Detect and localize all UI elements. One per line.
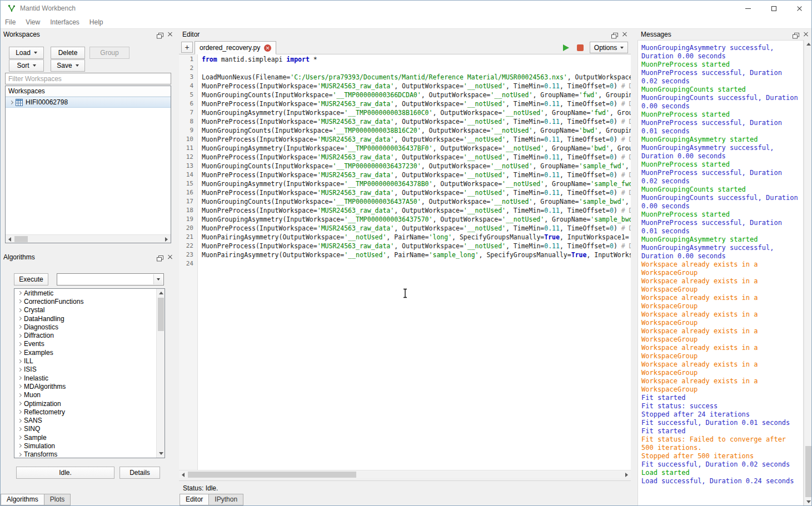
scroll-right-arrow-icon[interactable] — [162, 235, 171, 243]
scrollbar-thumb[interactable] — [805, 446, 811, 497]
float-panel-icon[interactable] — [793, 31, 799, 37]
details-button[interactable]: Details — [119, 467, 160, 479]
algorithm-category-diffraction[interactable]: Diffraction — [14, 331, 156, 339]
algorithm-category-examples[interactable]: Examples — [14, 348, 156, 357]
abort-script-button[interactable] — [575, 42, 586, 53]
menu-item-file[interactable]: File — [0, 17, 21, 28]
algorithm-category-mdalgorithms[interactable]: MDAlgorithms — [14, 382, 156, 390]
expand-icon[interactable] — [18, 350, 22, 354]
expand-icon[interactable] — [18, 376, 22, 380]
scroll-down-arrow-icon[interactable] — [157, 449, 165, 458]
minimize-button[interactable] — [735, 0, 761, 17]
editor-code[interactable]: from mantid.simpleapi import * LoadMuonN… — [198, 54, 631, 470]
algorithm-category-isis[interactable]: ISIS — [14, 365, 156, 374]
expand-icon[interactable] — [18, 308, 22, 312]
expand-icon[interactable] — [18, 419, 22, 423]
algorithm-category-inelastic[interactable]: Inelastic — [14, 374, 156, 382]
algorithm-search-combobox[interactable] — [57, 273, 164, 285]
scroll-left-arrow-icon[interactable] — [179, 470, 187, 479]
expand-icon[interactable] — [18, 368, 22, 372]
filter-workspaces-input[interactable] — [5, 73, 171, 84]
algorithm-category-datahandling[interactable]: DataHandling — [14, 314, 156, 323]
expand-icon[interactable] — [18, 410, 22, 414]
close-panel-icon[interactable] — [622, 32, 627, 37]
expand-icon[interactable] — [18, 453, 22, 457]
expand-icon[interactable] — [18, 427, 22, 431]
expand-icon[interactable] — [18, 299, 22, 303]
tab-ordered-recovery[interactable]: ordered_recovery.py — [195, 41, 276, 54]
algorithm-category-transforms[interactable]: Transforms — [14, 450, 156, 458]
algorithm-category-crystal[interactable]: Crystal — [14, 306, 156, 314]
execute-button[interactable]: Execute — [14, 273, 48, 285]
editor-panel-titlebar: Editor — [179, 29, 631, 40]
algorithm-category-events[interactable]: Events — [14, 340, 156, 348]
expand-icon[interactable] — [18, 325, 22, 329]
options-button[interactable]: Options — [590, 42, 628, 53]
menu-item-interfaces[interactable]: Interfaces — [45, 17, 84, 28]
tab-plots[interactable]: Plots — [44, 494, 71, 505]
messages-log[interactable]: MuonGroupingAsymmetry successful,Duratio… — [637, 40, 804, 506]
tab-ipython[interactable]: IPython — [208, 494, 243, 505]
tab-algorithms[interactable]: Algorithms — [1, 494, 44, 505]
close-panel-icon[interactable] — [167, 32, 173, 37]
expand-icon[interactable] — [18, 384, 22, 388]
load-button[interactable]: Load — [9, 47, 44, 59]
scroll-left-arrow-icon[interactable] — [6, 235, 14, 243]
algorithm-category-arithmetic[interactable]: Arithmetic — [14, 289, 156, 297]
tab-editor[interactable]: Editor — [180, 494, 209, 505]
scroll-up-arrow-icon[interactable] — [804, 40, 812, 48]
expand-icon[interactable] — [18, 291, 22, 295]
expand-icon[interactable] — [18, 444, 22, 448]
algorithm-category-ill[interactable]: ILL — [14, 357, 156, 365]
sort-button[interactable]: Sort — [9, 59, 44, 72]
scroll-right-arrow-icon[interactable] — [622, 470, 631, 479]
algorithm-search-input[interactable] — [58, 274, 153, 284]
group-button[interactable]: Group — [89, 47, 129, 59]
delete-button[interactable]: Delete — [51, 47, 85, 59]
editor-horizontal-scrollbar[interactable] — [179, 470, 631, 478]
close-panel-icon[interactable] — [803, 32, 809, 37]
float-panel-icon[interactable] — [157, 254, 163, 260]
algorithm-category-muon[interactable]: Muon — [14, 391, 156, 399]
menu-item-view[interactable]: View — [21, 17, 45, 28]
scroll-down-arrow-icon[interactable] — [804, 498, 812, 506]
expand-icon[interactable] — [18, 359, 22, 363]
expand-icon[interactable] — [18, 334, 22, 338]
close-panel-icon[interactable] — [167, 254, 173, 260]
expand-icon[interactable] — [18, 393, 22, 397]
run-script-button[interactable] — [560, 42, 571, 53]
scrollbar-thumb[interactable] — [14, 236, 28, 242]
expand-icon[interactable] — [18, 342, 22, 346]
algorithm-category-sinq[interactable]: SINQ — [14, 425, 156, 433]
code-editor[interactable]: 123456789101112131415161718192021222324 … — [179, 54, 631, 470]
workspaces-horizontal-scrollbar[interactable] — [6, 234, 171, 243]
algorithm-category-optimization[interactable]: Optimization — [14, 399, 156, 408]
algorithm-category-reflectometry[interactable]: Reflectometry — [14, 408, 156, 416]
menu-item-help[interactable]: Help — [84, 17, 108, 28]
close-button[interactable] — [786, 0, 812, 17]
expand-icon[interactable] — [9, 100, 13, 104]
expand-icon[interactable] — [18, 402, 22, 405]
messages-vertical-scrollbar[interactable] — [804, 40, 812, 506]
algorithm-category-simulation[interactable]: Simulation — [14, 442, 156, 450]
scrollbar-thumb[interactable] — [188, 472, 356, 478]
new-tab-button[interactable]: + — [181, 42, 193, 53]
save-button[interactable]: Save — [51, 59, 85, 72]
algorithm-category-sample[interactable]: Sample — [14, 433, 156, 442]
tab-close-icon[interactable] — [264, 44, 271, 52]
maximize-button[interactable] — [761, 0, 786, 17]
scroll-up-arrow-icon[interactable] — [157, 289, 165, 297]
algorithm-category-correctionfunctions[interactable]: CorrectionFunctions — [14, 297, 156, 305]
idle-status-button[interactable]: Idle. — [16, 467, 114, 479]
float-panel-icon[interactable] — [611, 31, 618, 37]
expand-icon[interactable] — [18, 435, 22, 439]
workspace-item[interactable]: HIFI00062798 — [6, 97, 171, 108]
algorithm-category-diagnostics[interactable]: Diagnostics — [14, 323, 156, 331]
algorithms-vertical-scrollbar[interactable] — [156, 289, 165, 458]
algorithm-category-sans[interactable]: SANS — [14, 416, 156, 424]
combobox-dropdown-button[interactable] — [153, 274, 163, 284]
float-panel-icon[interactable] — [157, 31, 163, 37]
expand-icon[interactable] — [18, 317, 22, 320]
line-number: 13 — [179, 162, 197, 171]
scrollbar-thumb[interactable] — [158, 298, 164, 331]
